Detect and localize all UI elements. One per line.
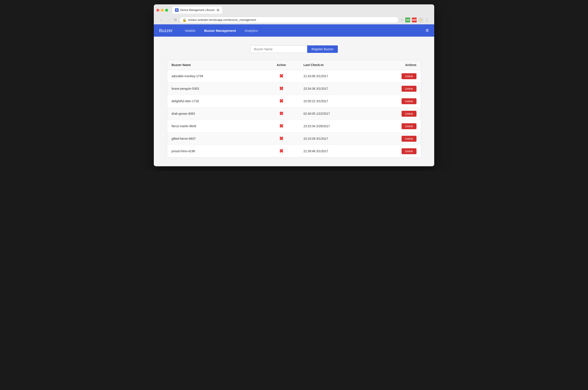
tab-bar: B Device Management | Buzzer ✕: [172, 6, 431, 14]
ext-button[interactable]: ⚡: [418, 18, 423, 22]
active-status-cell: ✖: [264, 145, 299, 157]
actions-cell: Unlink: [380, 107, 421, 120]
table-row: delightful-otter-1716✖22:05:22 3/1/2017U…: [167, 95, 421, 107]
maximize-traffic-light[interactable]: [165, 9, 168, 12]
active-tab[interactable]: B Device Management | Buzzer ✕: [172, 6, 222, 14]
col-header-name: Buzzer Name: [167, 60, 264, 70]
address-bar[interactable]: 🔒: [179, 17, 399, 23]
forward-button[interactable]: →: [166, 18, 171, 22]
table-row: gifted-heron-8937✖22:10:39 3/1/2017Unlin…: [167, 133, 421, 145]
active-status-cell: ✖: [264, 95, 299, 107]
unlink-button[interactable]: Unlink: [402, 148, 416, 154]
unlink-button[interactable]: Unlink: [402, 86, 416, 92]
title-bar: B Device Management | Buzzer ✕: [157, 6, 431, 14]
last-checkin-cell: 02:40:05 1/22/2017: [299, 107, 380, 120]
table-row: drab-goose-4083✖02:40:05 1/22/2017Unlink: [167, 107, 421, 120]
inactive-x-icon: ✖: [279, 123, 283, 129]
unlink-button[interactable]: Unlink: [402, 73, 416, 79]
browser-window: B Device Management | Buzzer ✕ ← → ↻ 🔒 ☆…: [154, 4, 434, 166]
buzzer-name-cell: fierce-marlin-9645: [167, 120, 264, 133]
buzzer-name-cell: brave-penguin-5303: [167, 83, 264, 95]
table-row: fierce-marlin-9645✖23:15:34 2/28/2017Unl…: [167, 120, 421, 133]
unlink-button[interactable]: Unlink: [402, 123, 416, 129]
table-row: adorable-monkey-1739✖21:43:58 3/1/2017Un…: [167, 70, 421, 83]
actions-cell: Unlink: [380, 145, 421, 157]
close-traffic-light[interactable]: [157, 9, 159, 12]
col-header-actions: Actions: [380, 60, 421, 70]
inactive-x-icon: ✖: [279, 73, 283, 79]
buzzer-name-cell: drab-goose-4083: [167, 107, 264, 120]
tab-favicon: B: [175, 8, 179, 12]
nav-link-analytics[interactable]: Analytics: [241, 27, 261, 34]
browser-menu-button[interactable]: ⋮: [425, 18, 429, 22]
inactive-x-icon: ✖: [279, 98, 283, 104]
register-row: Register Buzzer: [167, 46, 421, 53]
actions-cell: Unlink: [380, 95, 421, 107]
refresh-button[interactable]: ↻: [173, 18, 178, 22]
nav-link-buzzer-management[interactable]: Buzzer Management: [201, 27, 239, 34]
settings-icon[interactable]: ⚙: [426, 28, 429, 33]
actions-cell: Unlink: [380, 133, 421, 145]
actions-cell: Unlink: [380, 120, 421, 133]
minimize-traffic-light[interactable]: [161, 9, 164, 12]
last-checkin-cell: 22:05:22 3/1/2017: [299, 95, 380, 107]
last-checkin-cell: 22:10:39 3/1/2017: [299, 133, 380, 145]
nav-brand: Buzzer: [159, 28, 173, 33]
url-input[interactable]: [188, 18, 396, 21]
back-button[interactable]: ←: [159, 18, 164, 22]
lock-icon: 🔒: [182, 18, 187, 22]
register-buzzer-button[interactable]: Register Buzzer: [307, 46, 338, 53]
actions-cell: Unlink: [380, 83, 421, 95]
browser-chrome: B Device Management | Buzzer ✕ ← → ↻ 🔒 ☆…: [154, 4, 434, 24]
table-row: brave-penguin-5303✖23:34:36 3/1/2017Unli…: [167, 83, 421, 95]
app-content: Buzzer Waitlist Buzzer Management Analyt…: [154, 24, 434, 166]
buzzer-table-container: Buzzer Name Active Last Check-In Actions…: [167, 60, 421, 157]
actions-cell: Unlink: [380, 70, 421, 83]
table-body: adorable-monkey-1739✖21:43:58 3/1/2017Un…: [167, 70, 421, 157]
active-status-cell: ✖: [264, 133, 299, 145]
buzzer-name-input[interactable]: [250, 46, 307, 53]
active-status-cell: ✖: [264, 120, 299, 133]
inactive-x-icon: ✖: [279, 86, 283, 92]
browser-nav: ← → ↻ 🔒 ☆ ON ABP ⚡ ⋮: [157, 15, 431, 24]
table-row: proud-rhino-4196✖21:39:46 3/1/2017Unlink: [167, 145, 421, 157]
active-status-cell: ✖: [264, 83, 299, 95]
abp-extension-button[interactable]: ABP: [412, 18, 417, 22]
nav-link-waitlist[interactable]: Waitlist: [181, 27, 199, 34]
col-header-active: Active: [264, 60, 299, 70]
buzzer-name-cell: delightful-otter-1716: [167, 95, 264, 107]
table-header-row: Buzzer Name Active Last Check-In Actions: [167, 60, 421, 70]
active-status-cell: ✖: [264, 70, 299, 83]
last-checkin-cell: 23:34:36 3/1/2017: [299, 83, 380, 95]
last-checkin-cell: 23:15:34 2/28/2017: [299, 120, 380, 133]
nav-links: Waitlist Buzzer Management Analytics: [181, 27, 426, 34]
unlink-button[interactable]: Unlink: [402, 136, 416, 142]
col-header-checkin: Last Check-In: [299, 60, 380, 70]
bookmark-icon[interactable]: ☆: [400, 18, 403, 22]
last-checkin-cell: 21:43:58 3/1/2017: [299, 70, 380, 83]
tab-close-button[interactable]: ✕: [216, 8, 220, 12]
inactive-x-icon: ✖: [279, 110, 283, 117]
buzzer-name-cell: adorable-monkey-1739: [167, 70, 264, 83]
last-checkin-cell: 21:39:46 3/1/2017: [299, 145, 380, 157]
app-nav: Buzzer Waitlist Buzzer Management Analyt…: [154, 24, 434, 37]
unlink-button[interactable]: Unlink: [402, 111, 416, 117]
unlink-button[interactable]: Unlink: [402, 98, 416, 104]
buzzer-name-cell: proud-rhino-4196: [167, 145, 264, 157]
main-content: Register Buzzer Buzzer Name Active Last …: [154, 37, 434, 166]
buzzer-name-cell: gifted-heron-8937: [167, 133, 264, 145]
tab-title: Device Management | Buzzer: [180, 8, 215, 12]
on-extension-button[interactable]: ON: [405, 18, 410, 22]
inactive-x-icon: ✖: [279, 148, 283, 154]
traffic-lights: [157, 9, 168, 12]
active-status-cell: ✖: [264, 107, 299, 120]
buzzer-table: Buzzer Name Active Last Check-In Actions…: [167, 60, 421, 157]
inactive-x-icon: ✖: [279, 136, 283, 142]
